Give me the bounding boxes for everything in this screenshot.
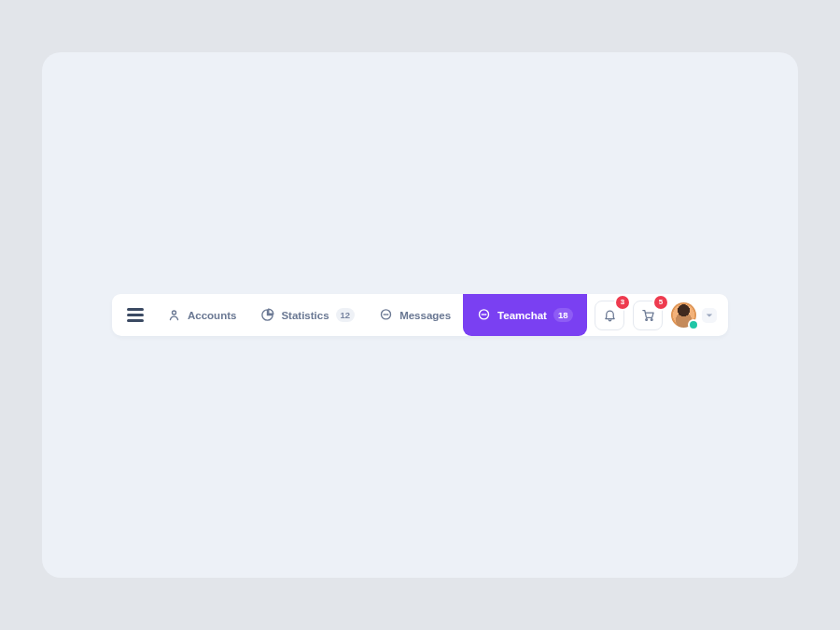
svg-point-4 (387, 315, 388, 315)
svg-point-3 (385, 315, 386, 315)
cart-badge: 5 (654, 296, 667, 309)
notifications-button[interactable]: 3 (595, 301, 624, 330)
pie-chart-icon (260, 308, 274, 322)
nav-items: Accounts Statistics 12 Message (155, 294, 587, 336)
chat-icon (379, 308, 393, 322)
nav-item-accounts[interactable]: Accounts (155, 294, 248, 336)
svg-point-2 (384, 315, 385, 315)
nav-label: Accounts (188, 310, 236, 321)
nav-item-messages[interactable]: Messages (367, 294, 463, 336)
nav-badge: 18 (553, 308, 573, 322)
svg-point-6 (482, 315, 483, 315)
navbar-actions: 3 5 (595, 301, 728, 330)
cart-button[interactable]: 5 (633, 301, 663, 330)
avatar (671, 302, 696, 328)
menu-button[interactable] (116, 308, 155, 322)
notifications-badge: 3 (616, 296, 629, 309)
nav-item-statistics[interactable]: Statistics 12 (248, 294, 367, 336)
svg-point-9 (645, 319, 647, 321)
nav-label: Teamchat (497, 310, 547, 321)
nav-badge: 12 (336, 308, 356, 322)
svg-point-10 (651, 319, 652, 321)
chat-icon (477, 308, 491, 322)
user-menu-caret (702, 308, 717, 323)
nav-label: Statistics (281, 310, 329, 321)
nav-label: Messages (399, 310, 451, 321)
svg-point-7 (483, 315, 484, 315)
user-menu[interactable] (671, 302, 717, 328)
cart-icon (641, 308, 655, 322)
chevron-down-icon (706, 312, 713, 319)
user-icon (167, 308, 181, 322)
app-canvas: Accounts Statistics 12 Message (42, 52, 798, 578)
nav-item-teamchat[interactable]: Teamchat 18 (463, 294, 586, 336)
svg-point-8 (485, 315, 486, 315)
bell-icon (603, 308, 617, 322)
top-navbar: Accounts Statistics 12 Message (112, 294, 728, 336)
hamburger-icon (127, 308, 144, 311)
svg-point-0 (173, 311, 176, 315)
